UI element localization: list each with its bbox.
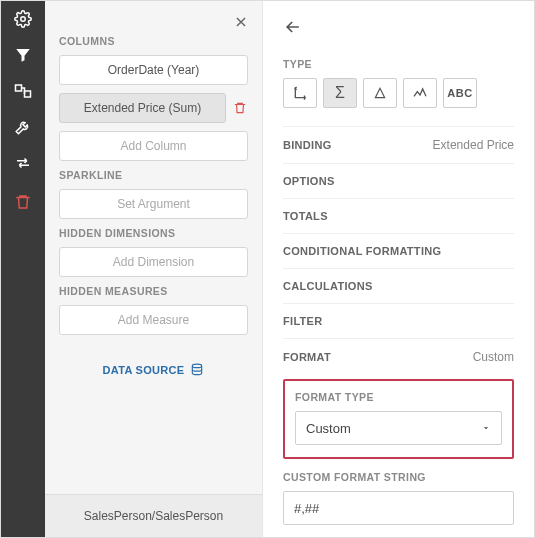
properties-panel: TYPE Σ ABC BINDING Extended Price OPTION… [263, 1, 534, 537]
type-delta-button[interactable] [363, 78, 397, 108]
back-icon[interactable] [283, 17, 303, 37]
conditional-formatting-row[interactable]: CONDITIONAL FORMATTING [283, 233, 514, 268]
trash-icon[interactable] [1, 184, 45, 220]
column-item-orderdate[interactable]: OrderDate (Year) [59, 55, 248, 85]
binding-row[interactable]: BINDING Extended Price [283, 126, 514, 163]
format-type-select[interactable]: Custom [295, 411, 502, 445]
add-dimension-button[interactable]: Add Dimension [59, 247, 248, 277]
custom-format-label: CUSTOM FORMAT STRING [283, 471, 514, 483]
svg-rect-1 [16, 85, 22, 91]
type-measure-button[interactable]: Σ [323, 78, 357, 108]
column-item-extended-price[interactable]: Extended Price (Sum) [59, 93, 226, 123]
calculations-row[interactable]: CALCULATIONS [283, 268, 514, 303]
type-text-button[interactable]: ABC [443, 78, 477, 108]
caret-down-icon [481, 423, 491, 433]
conditional-formatting-label: CONDITIONAL FORMATTING [283, 245, 441, 257]
totals-row[interactable]: TOTALS [283, 198, 514, 233]
remove-column-icon[interactable] [232, 101, 248, 115]
format-label: FORMAT [283, 351, 331, 363]
icon-sidebar [1, 1, 45, 537]
set-argument-button[interactable]: Set Argument [59, 189, 248, 219]
add-measure-button[interactable]: Add Measure [59, 305, 248, 335]
filter-label: FILTER [283, 315, 322, 327]
format-type-group: FORMAT TYPE Custom [283, 379, 514, 459]
hidden-measures-label: HIDDEN MEASURES [59, 285, 248, 297]
type-sparkline-button[interactable] [403, 78, 437, 108]
type-dimension-button[interactable] [283, 78, 317, 108]
close-icon[interactable] [234, 15, 248, 29]
bindings-panel: COLUMNS OrderDate (Year) Extended Price … [45, 1, 263, 537]
filter-icon[interactable] [1, 37, 45, 73]
arrows-icon[interactable] [1, 145, 45, 181]
gear-icon[interactable] [1, 1, 45, 37]
sparkline-label: SPARKLINE [59, 169, 248, 181]
options-row[interactable]: OPTIONS [283, 163, 514, 198]
hidden-dimensions-label: HIDDEN DIMENSIONS [59, 227, 248, 239]
data-source-label: DATA SOURCE [103, 364, 185, 376]
binding-label: BINDING [283, 139, 332, 151]
format-type-value: Custom [306, 421, 351, 436]
add-column-button[interactable]: Add Column [59, 131, 248, 161]
columns-label: COLUMNS [59, 35, 248, 47]
svg-point-0 [21, 17, 26, 22]
custom-format-input[interactable]: #,## [283, 491, 514, 525]
binding-value: Extended Price [433, 138, 514, 152]
filter-row[interactable]: FILTER [283, 303, 514, 338]
custom-format-value: #,## [294, 501, 319, 516]
format-row[interactable]: FORMAT Custom [283, 338, 514, 375]
totals-label: TOTALS [283, 210, 328, 222]
wrench-icon[interactable] [1, 109, 45, 145]
svg-point-3 [193, 364, 202, 368]
type-label: TYPE [283, 58, 514, 70]
data-source-footer[interactable]: SalesPerson/SalesPerson [45, 494, 262, 537]
type-button-group: Σ ABC [283, 78, 514, 108]
layout-icon[interactable] [1, 73, 45, 109]
database-icon [190, 363, 204, 377]
format-value: Custom [473, 350, 514, 364]
svg-rect-2 [25, 91, 31, 97]
data-source-link[interactable]: DATA SOURCE [59, 343, 248, 389]
options-label: OPTIONS [283, 175, 335, 187]
calculations-label: CALCULATIONS [283, 280, 373, 292]
format-type-label: FORMAT TYPE [295, 391, 502, 403]
